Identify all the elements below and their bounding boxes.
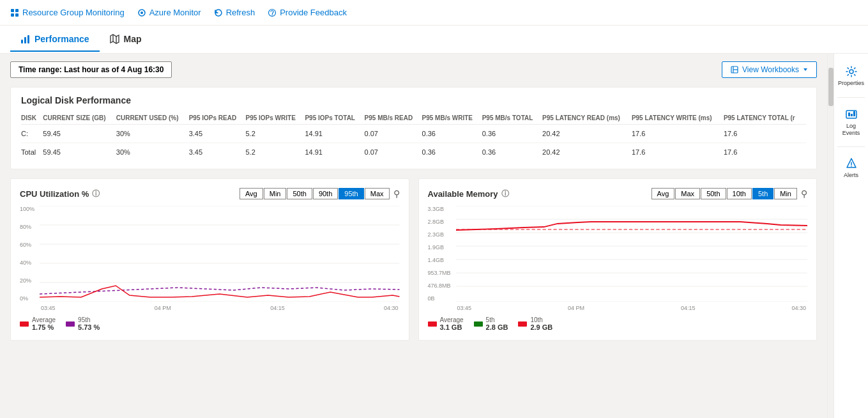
table-cell: 17.6 xyxy=(632,125,724,143)
cpu-btn-min[interactable]: Min xyxy=(264,188,287,199)
svg-rect-34 xyxy=(848,112,850,116)
cpu-btn-50th[interactable]: 50th xyxy=(287,188,312,199)
svg-rect-35 xyxy=(851,114,853,116)
cpu-x-1: 03:45 xyxy=(41,305,56,311)
col-lat-write: P95 LATENCY WRITE (ms) xyxy=(632,112,724,125)
table-header-row: DISK CURRENT SIZE (GB) CURRENT USED (%) … xyxy=(21,112,806,125)
cpu-x-labels: 03:45 04 PM 04:15 04:30 xyxy=(40,305,399,311)
svg-marker-11 xyxy=(110,35,119,43)
col-iops-total: P95 IOPs TOTAL xyxy=(305,112,364,125)
cpu-y-60: 60% xyxy=(20,242,34,248)
col-lat-total: P95 LATENCY TOTAL (r xyxy=(724,112,806,125)
tab-map-label: Map xyxy=(124,34,142,44)
table-cell: 30% xyxy=(116,143,189,162)
nav-feedback[interactable]: Provide Feedback xyxy=(268,8,347,17)
cpu-pin-icon[interactable]: ⚲ xyxy=(393,189,400,199)
nav-refresh[interactable]: Refresh xyxy=(214,8,255,17)
cpu-btn-max[interactable]: Max xyxy=(365,188,390,199)
table-cell: 0.36 xyxy=(422,143,482,162)
sidebar-divider-2 xyxy=(837,146,864,147)
svg-point-7 xyxy=(271,15,272,15)
sidebar-action-log-events[interactable]: Log Events xyxy=(834,103,868,142)
table-cell: 0.07 xyxy=(365,125,422,143)
time-range-bar: Time range: Last hour as of 4 Aug 16:30 … xyxy=(10,61,817,78)
col-size: CURRENT SIZE (GB) xyxy=(43,112,116,125)
legend-item: 5th2.8 GB xyxy=(474,316,508,331)
nav-refresh-label: Refresh xyxy=(226,8,255,17)
table-cell: 17.6 xyxy=(632,143,724,162)
sidebar-action-properties[interactable]: Properties xyxy=(834,60,868,92)
mem-y-2: 2.8GB xyxy=(428,219,451,225)
legend-item: 95th5.73 % xyxy=(66,316,100,331)
cpu-btn-avg[interactable]: Avg xyxy=(240,188,263,199)
mem-y-7: 476.8MB xyxy=(428,283,451,289)
col-mb-total: P95 MB/s TOTAL xyxy=(482,112,542,125)
memory-btn-10th[interactable]: 10th xyxy=(727,188,752,199)
sidebar-divider-1 xyxy=(837,97,864,98)
memory-btn-max[interactable]: Max xyxy=(675,188,700,199)
cpu-chart-card: CPU Utilization % ⓘ AvgMin50th90th95thMa… xyxy=(10,178,409,341)
svg-point-5 xyxy=(141,12,143,14)
svg-rect-8 xyxy=(21,40,23,43)
vertical-scrollbar[interactable] xyxy=(827,54,834,418)
sidebar-action-alerts[interactable]: Alerts xyxy=(834,152,868,184)
table-cell: 0.36 xyxy=(482,125,542,143)
tab-performance[interactable]: Performance xyxy=(10,27,100,52)
legend-item: 10th2.9 GB xyxy=(518,316,552,331)
table-cell: 17.6 xyxy=(724,143,806,162)
scrollbar-thumb[interactable] xyxy=(828,68,834,106)
memory-btn-avg[interactable]: Avg xyxy=(651,188,675,199)
cpu-btn-95th[interactable]: 95th xyxy=(339,188,363,199)
mem-y-8: 0B xyxy=(428,295,451,302)
tab-map[interactable]: Map xyxy=(100,27,152,52)
mem-x-3: 04:15 xyxy=(681,305,696,311)
alerts-icon xyxy=(845,157,858,170)
memory-pin-icon[interactable]: ⚲ xyxy=(801,189,807,199)
time-range-label: Time range: xyxy=(19,65,62,74)
nav-feedback-label: Provide Feedback xyxy=(280,8,347,17)
memory-btn-min[interactable]: Min xyxy=(774,188,797,199)
cpu-btn-90th[interactable]: 90th xyxy=(313,188,338,199)
mem-y-4: 1.9GB xyxy=(428,244,451,251)
memory-btn-group: AvgMax50th10th5thMin xyxy=(652,188,797,199)
nav-resource-group[interactable]: Resource Group Monitoring xyxy=(10,8,125,17)
mem-x-1: 03:45 xyxy=(457,305,472,311)
col-mb-write: P95 MB/s WRITE xyxy=(422,112,482,125)
view-workbooks-button[interactable]: View Workbooks xyxy=(722,61,817,78)
table-cell: 30% xyxy=(116,125,189,143)
table-row: Total59.4530%3.455.214.910.070.360.3620.… xyxy=(21,143,806,162)
memory-btn-5th[interactable]: 5th xyxy=(752,188,773,199)
table-cell: 0.36 xyxy=(422,125,482,143)
col-iops-read: P95 IOPs READ xyxy=(189,112,246,125)
svg-point-38 xyxy=(851,166,852,167)
table-cell: 14.91 xyxy=(305,125,364,143)
legend-item: Average3.1 GB xyxy=(428,316,464,331)
tab-performance-label: Performance xyxy=(34,34,89,44)
legend-item: Average1.75 % xyxy=(20,316,56,331)
disk-table-title: Logical Disk Performance xyxy=(21,95,806,105)
memory-btn-50th[interactable]: 50th xyxy=(701,188,726,199)
svg-rect-10 xyxy=(27,35,29,43)
nav-azure-monitor[interactable]: Azure Monitor xyxy=(137,8,201,17)
col-iops-write: P95 IOPs WRITE xyxy=(245,112,305,125)
table-cell: 0.36 xyxy=(482,143,542,162)
cpu-info-icon[interactable]: ⓘ xyxy=(92,189,100,199)
svg-rect-0 xyxy=(11,9,14,12)
nav-resource-group-label: Resource Group Monitoring xyxy=(22,8,125,17)
disk-table-section: Logical Disk Performance DISK CURRENT SI… xyxy=(10,87,817,169)
cpu-btn-group: AvgMin50th90th95thMax xyxy=(240,188,390,199)
table-row: C:59.4530%3.455.214.910.070.360.3620.421… xyxy=(21,125,806,143)
table-cell: Total xyxy=(21,143,43,162)
svg-rect-2 xyxy=(11,13,14,17)
cpu-x-4: 04:30 xyxy=(384,305,399,311)
memory-chart-card: Available Memory ⓘ AvgMax50th10th5thMin … xyxy=(418,178,818,341)
memory-info-icon[interactable]: ⓘ xyxy=(501,189,509,199)
cpu-x-3: 04:15 xyxy=(270,305,285,311)
memory-chart-svg xyxy=(456,206,807,302)
log-events-label: Log Events xyxy=(837,123,865,137)
time-range-button[interactable]: Time range: Last hour as of 4 Aug 16:30 xyxy=(10,61,172,78)
log-events-icon xyxy=(845,108,858,121)
table-cell: C: xyxy=(21,125,43,143)
col-lat-read: P95 LATENCY READ (ms) xyxy=(542,112,632,125)
table-cell: 14.91 xyxy=(305,143,364,162)
